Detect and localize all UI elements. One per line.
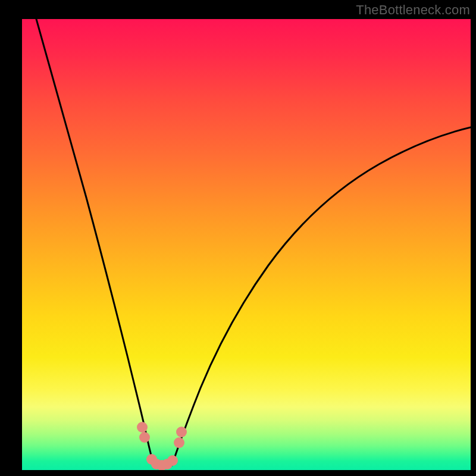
curve-layer (22, 19, 471, 470)
marker-dot (137, 422, 148, 433)
marker-dot (174, 437, 184, 448)
curve-right-branch (172, 127, 471, 465)
marker-cluster (137, 422, 187, 470)
marker-dot (139, 432, 150, 443)
marker-dot (167, 455, 178, 466)
plot-area (22, 19, 471, 470)
chart-frame: TheBottleneck.com (0, 0, 476, 476)
watermark-text: TheBottleneck.com (356, 2, 470, 18)
curve-left-branch (36, 19, 154, 465)
marker-dot (176, 427, 187, 437)
